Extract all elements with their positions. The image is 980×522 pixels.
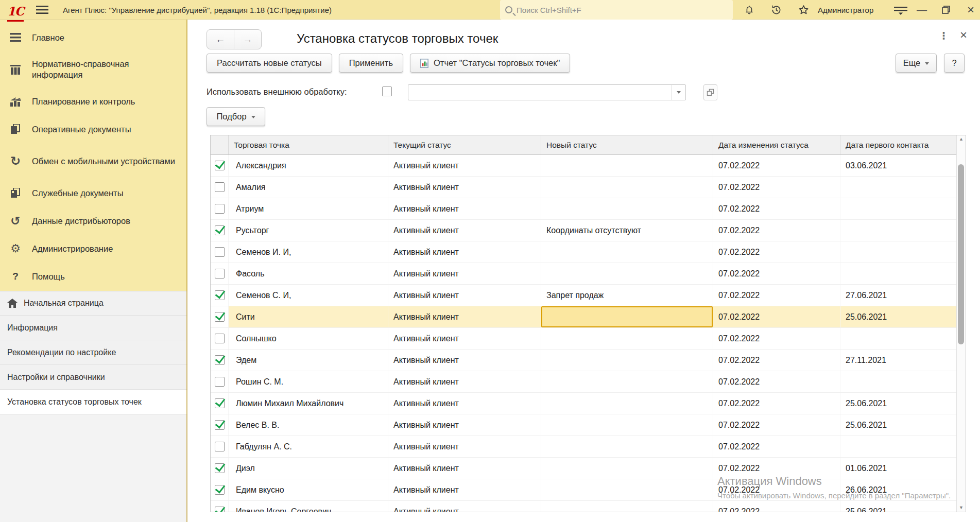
outlet-name-cell[interactable]: Русьторг bbox=[229, 220, 388, 241]
table-row[interactable]: Семенов И. И, Активный клиент 07.02.2022 bbox=[211, 241, 956, 263]
row-checkbox-cell[interactable] bbox=[211, 436, 229, 457]
row-checkbox[interactable] bbox=[215, 398, 225, 408]
row-checkbox-cell[interactable] bbox=[211, 350, 229, 371]
sidebar-item-home[interactable]: Начальная страница bbox=[0, 291, 187, 316]
new-status-cell[interactable] bbox=[541, 328, 713, 349]
table-row[interactable]: Иванов Игорь Сергеевич Активный клиент 0… bbox=[211, 501, 956, 512]
row-checkbox[interactable] bbox=[215, 269, 225, 279]
row-checkbox-cell[interactable] bbox=[211, 479, 229, 500]
column-header-change-date[interactable]: Дата изменения статуса bbox=[713, 135, 840, 154]
row-checkbox[interactable] bbox=[215, 507, 225, 512]
table-row[interactable]: Диэл Активный клиент 07.02.2022 01.06.20… bbox=[211, 458, 956, 479]
sidebar-item-distributors-data[interactable]: ↺ Данные дистрибьюторов bbox=[0, 207, 187, 235]
row-checkbox-cell[interactable] bbox=[211, 458, 229, 479]
new-status-cell[interactable] bbox=[541, 393, 713, 414]
current-status-cell[interactable]: Активный клиент bbox=[388, 263, 541, 284]
column-header-first-contact[interactable]: Дата первого контакта bbox=[840, 135, 957, 154]
new-status-cell[interactable] bbox=[541, 263, 713, 284]
open-choice-button[interactable] bbox=[703, 84, 717, 100]
new-status-cell[interactable] bbox=[541, 501, 713, 512]
sidebar-item-status-setting[interactable]: Установка статусов торговых точек bbox=[0, 390, 187, 414]
new-status-cell[interactable] bbox=[541, 306, 713, 327]
current-status-cell[interactable]: Активный клиент bbox=[388, 501, 541, 512]
table-row[interactable]: Эдем Активный клиент 07.02.2022 27.11.20… bbox=[211, 350, 956, 371]
new-status-cell[interactable] bbox=[541, 177, 713, 198]
outlet-name-cell[interactable]: Солнышко bbox=[229, 328, 388, 349]
table-row[interactable]: Едим вкусно Активный клиент 07.02.2022 2… bbox=[211, 479, 956, 501]
outlet-name-cell[interactable]: Габдулян А. С. bbox=[229, 436, 388, 457]
current-status-cell[interactable]: Активный клиент bbox=[388, 458, 541, 479]
external-processing-input[interactable] bbox=[408, 84, 686, 100]
scroll-down-icon[interactable]: ▼ bbox=[957, 505, 966, 510]
global-search-input[interactable]: Поиск Ctrl+Shift+F bbox=[500, 0, 733, 20]
row-checkbox-cell[interactable] bbox=[211, 414, 229, 436]
row-checkbox-cell[interactable] bbox=[211, 285, 229, 306]
sidebar-item-operational-docs[interactable]: Оперативные документы bbox=[0, 115, 187, 143]
help-button[interactable]: ? bbox=[944, 54, 965, 73]
row-checkbox[interactable] bbox=[215, 247, 225, 257]
restore-icon[interactable] bbox=[941, 0, 951, 20]
new-status-cell[interactable]: Запрет продаж bbox=[541, 285, 713, 306]
sidebar-item-service-docs[interactable]: Служебные документы bbox=[0, 179, 187, 207]
report-button[interactable]: Отчет "Статусы торговых точек" bbox=[410, 54, 570, 73]
status-change-date-cell[interactable]: 07.02.2022 bbox=[713, 328, 840, 349]
outlet-name-cell[interactable]: Семенов С. И, bbox=[229, 285, 388, 306]
table-row[interactable]: Сити Активный клиент 07.02.2022 25.06.20… bbox=[211, 306, 956, 328]
outlet-name-cell[interactable]: Амалия bbox=[229, 177, 388, 198]
current-status-cell[interactable]: Активный клиент bbox=[388, 371, 541, 392]
first-contact-date-cell[interactable] bbox=[840, 177, 957, 198]
outlet-name-cell[interactable]: Эдем bbox=[229, 350, 388, 371]
new-status-cell[interactable]: Координаты отсутствуют bbox=[541, 220, 713, 241]
vertical-scrollbar[interactable]: ▲ ▼ bbox=[956, 135, 966, 512]
first-contact-date-cell[interactable] bbox=[840, 198, 957, 219]
status-change-date-cell[interactable]: 07.02.2022 bbox=[713, 458, 840, 479]
first-contact-date-cell[interactable]: 27.06.2021 bbox=[840, 285, 957, 306]
status-change-date-cell[interactable]: 07.02.2022 bbox=[713, 306, 840, 327]
first-contact-date-cell[interactable]: 25.06.2021 bbox=[840, 501, 957, 512]
first-contact-date-cell[interactable]: 26.06.2021 bbox=[840, 479, 957, 500]
outlet-name-cell[interactable]: Александрия bbox=[229, 155, 388, 176]
sidebar-item-settings-references[interactable]: Настройки и справочники bbox=[0, 365, 187, 390]
table-row[interactable]: Амалия Активный клиент 07.02.2022 bbox=[211, 177, 956, 198]
sidebar-item-setup-recommendations[interactable]: Рекомендации по настройке bbox=[0, 340, 187, 365]
status-change-date-cell[interactable]: 07.02.2022 bbox=[713, 220, 840, 241]
row-checkbox-cell[interactable] bbox=[211, 328, 229, 349]
row-checkbox-cell[interactable] bbox=[211, 501, 229, 512]
main-menu-icon[interactable] bbox=[36, 0, 48, 20]
new-status-cell[interactable] bbox=[541, 479, 713, 500]
new-status-cell[interactable] bbox=[541, 371, 713, 392]
first-contact-date-cell[interactable] bbox=[840, 263, 957, 284]
external-processing-checkbox[interactable] bbox=[382, 86, 392, 96]
first-contact-date-cell[interactable] bbox=[840, 436, 957, 457]
outlet-name-cell[interactable]: Сити bbox=[229, 306, 388, 327]
current-status-cell[interactable]: Активный клиент bbox=[388, 479, 541, 500]
minimize-icon[interactable]: — bbox=[917, 0, 927, 20]
current-status-cell[interactable]: Активный клиент bbox=[388, 328, 541, 349]
column-header-checkbox[interactable] bbox=[211, 135, 229, 154]
row-checkbox[interactable] bbox=[215, 225, 225, 235]
first-contact-date-cell[interactable] bbox=[840, 220, 957, 241]
more-button[interactable]: Еще bbox=[896, 54, 937, 73]
status-change-date-cell[interactable]: 07.02.2022 bbox=[713, 241, 840, 263]
table-row[interactable]: Рошин С. М. Активный клиент 07.02.2022 bbox=[211, 371, 956, 393]
row-checkbox-cell[interactable] bbox=[211, 177, 229, 198]
back-button[interactable]: ← bbox=[207, 30, 234, 49]
first-contact-date-cell[interactable] bbox=[840, 328, 957, 349]
current-status-cell[interactable]: Активный клиент bbox=[388, 393, 541, 414]
row-checkbox-cell[interactable] bbox=[211, 371, 229, 392]
scrollbar-thumb[interactable] bbox=[958, 164, 964, 344]
current-status-cell[interactable]: Активный клиент bbox=[388, 414, 541, 436]
first-contact-date-cell[interactable]: 25.06.2021 bbox=[840, 393, 957, 414]
row-checkbox-cell[interactable] bbox=[211, 198, 229, 219]
sidebar-item-mobile-exchange[interactable]: ↻ Обмен с мобильными устройствами bbox=[0, 143, 187, 179]
sidebar-item-glavnoe[interactable]: Главное bbox=[0, 24, 187, 51]
history-icon[interactable] bbox=[770, 0, 782, 20]
first-contact-date-cell[interactable]: 25.06.2021 bbox=[840, 306, 957, 327]
table-row[interactable]: Солнышко Активный клиент 07.02.2022 bbox=[211, 328, 956, 350]
outlet-name-cell[interactable]: Рошин С. М. bbox=[229, 371, 388, 392]
current-status-cell[interactable]: Активный клиент bbox=[388, 177, 541, 198]
column-header-new-status[interactable]: Новый статус bbox=[541, 135, 713, 154]
row-checkbox-cell[interactable] bbox=[211, 263, 229, 284]
outlet-name-cell[interactable]: Фасоль bbox=[229, 263, 388, 284]
row-checkbox[interactable] bbox=[215, 420, 225, 430]
